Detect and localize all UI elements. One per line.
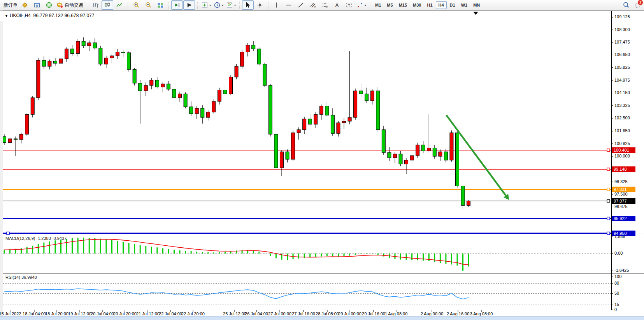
chevron-down-icon[interactable]: ▾ — [222, 3, 223, 7]
notifications-button[interactable]: 1 — [632, 0, 644, 10]
line-handle[interactable] — [607, 149, 610, 152]
auto-scroll-button[interactable] — [171, 0, 183, 10]
autotrade-icon — [56, 2, 63, 9]
zoom-out-button[interactable] — [142, 0, 154, 10]
zoom-out-icon — [145, 2, 152, 9]
timeframe-button-d1[interactable]: D1 — [447, 1, 458, 9]
candlestick-chart-button[interactable] — [102, 0, 113, 10]
svg-text:T: T — [348, 3, 350, 7]
price-axis-tick: 101.650 — [614, 128, 630, 133]
timeframe-button-m30[interactable]: M30 — [410, 1, 424, 9]
line-handle[interactable] — [607, 168, 610, 171]
line-handle[interactable] — [7, 232, 9, 235]
candle — [110, 53, 114, 63]
timeframe-button-m5[interactable]: M5 — [384, 1, 395, 9]
timeframe-button-h1[interactable]: H1 — [424, 1, 435, 9]
cursor-icon — [244, 2, 251, 9]
periods-button[interactable]: ▾ — [212, 0, 225, 10]
candle — [337, 121, 340, 136]
indicators-button[interactable]: ▾ — [200, 0, 212, 10]
cursor-button[interactable] — [242, 0, 254, 10]
candle — [31, 96, 34, 117]
chevron-down-icon[interactable]: ▾ — [365, 3, 366, 7]
chat-icon: 1 — [635, 2, 642, 9]
svg-text:F: F — [326, 6, 328, 9]
auto-trading-button[interactable]: 自动交易 — [55, 0, 84, 10]
chart-shift-button[interactable] — [183, 0, 195, 10]
candle — [144, 82, 147, 96]
auto-trading-button-label: 自动交易 — [65, 2, 83, 9]
chart-window[interactable]: ▼UKOil-,H4 96.779 97.132 96.678 97.077 M… — [0, 10, 644, 316]
candle — [88, 40, 91, 51]
candle — [274, 133, 278, 170]
candle — [286, 149, 289, 162]
trendline-button[interactable] — [295, 0, 307, 10]
templates-button[interactable]: ▾ — [225, 0, 237, 10]
toolbar-separator — [267, 2, 269, 9]
fibonacci-button[interactable]: F — [319, 0, 331, 10]
crosshair-button[interactable] — [254, 0, 266, 10]
collapse-triangle-icon[interactable]: ▼ — [5, 14, 8, 18]
new-order-button[interactable]: 新订单 — [1, 0, 19, 10]
text-button[interactable]: A — [331, 0, 343, 10]
line-handle[interactable] — [607, 217, 610, 220]
bar-chart-button[interactable] — [89, 0, 101, 10]
candle — [150, 78, 153, 89]
candle — [53, 58, 57, 66]
candle — [348, 51, 351, 124]
toolbar-separator — [239, 2, 240, 9]
market-watch-button[interactable] — [19, 0, 31, 10]
bar-chart-icon — [92, 2, 99, 9]
line-chart-button[interactable] — [114, 0, 125, 10]
chart-shift-marker[interactable] — [473, 12, 478, 15]
channel-button[interactable]: E — [307, 0, 319, 10]
line-handle[interactable] — [607, 199, 610, 202]
chevron-down-icon[interactable]: ▾ — [234, 3, 236, 7]
candle — [161, 82, 165, 92]
timeframe-button-m1[interactable]: M1 — [372, 1, 384, 9]
time-axis-label: 27 Jul 16:00 — [292, 311, 315, 316]
timeframe-button-w1[interactable]: W1 — [458, 1, 470, 9]
text-label-button[interactable]: T — [343, 0, 355, 10]
chart-plot-area[interactable] — [0, 10, 644, 316]
price-badge-95.922: 95.922 — [612, 216, 635, 221]
candle — [461, 185, 465, 209]
chevron-down-icon[interactable]: ▾ — [209, 3, 211, 7]
price-axis-tick: 100.000 — [614, 154, 630, 158]
macd-axis-tick: -1.6425 — [614, 268, 629, 273]
price-badge-99.148: 99.148 — [612, 166, 635, 172]
time-axis-label: 19 Jul 12:00 — [68, 311, 91, 316]
timeframe-button-h4[interactable]: H4 — [436, 1, 447, 9]
data-window-button[interactable] — [31, 0, 43, 10]
candle — [410, 154, 414, 164]
time-axis-label: 21 Jul 12:00 — [136, 311, 160, 316]
candle — [65, 47, 68, 62]
ohlc-readout: 96.779 97.132 96.678 97.077 — [33, 13, 95, 18]
candle — [252, 41, 255, 51]
candle — [427, 114, 431, 152]
macd-axis-tick: 0.00 — [614, 251, 623, 255]
zoom-in-button[interactable] — [130, 0, 142, 10]
line-handle[interactable] — [607, 188, 610, 191]
timeframe-button-mn[interactable]: MN — [470, 1, 483, 9]
horizontal-line-button[interactable] — [283, 0, 295, 10]
gold-diamond-icon — [21, 2, 28, 9]
candle — [421, 141, 425, 153]
candle — [365, 88, 369, 103]
timeframe-button-m15[interactable]: M15 — [396, 1, 410, 9]
mt4-application-window: 新订单自动交易▾▾▾EFAT▾M1M5M15M30H1H4D1W1MN1 ▼UK… — [0, 0, 644, 320]
line-handle[interactable] — [607, 232, 610, 235]
price-badge-97.831: 97.831 — [612, 187, 635, 192]
navigator-button[interactable] — [43, 0, 55, 10]
rsi-axis-tick: 50 — [614, 291, 619, 296]
candle — [14, 136, 18, 156]
toolbar-separator — [86, 2, 88, 9]
vertical-line-button[interactable] — [271, 0, 283, 10]
rsi-axis-tick: 100 — [614, 274, 621, 279]
arrows-button[interactable]: ▾ — [355, 0, 367, 10]
candle — [354, 89, 357, 120]
candle — [8, 137, 12, 146]
search-button[interactable] — [620, 0, 632, 10]
tile-windows-button[interactable] — [154, 0, 166, 10]
candle — [399, 151, 402, 166]
